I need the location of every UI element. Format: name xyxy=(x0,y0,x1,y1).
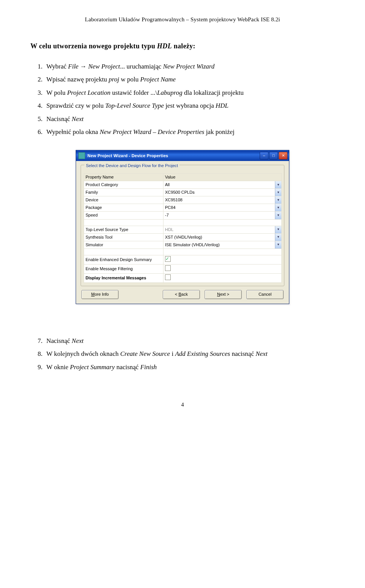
section-title-prefix: W celu utworzenia nowego projektu typu xyxy=(30,42,157,50)
section-title-em: HDL xyxy=(157,42,172,50)
spacer xyxy=(163,249,282,255)
checkbox-unchecked-icon xyxy=(165,274,171,280)
more-info-rest: ore Info xyxy=(95,292,109,296)
dialog-title: New Project Wizard - Device Properties xyxy=(87,153,259,159)
property-name: Speed xyxy=(84,212,163,219)
property-name: Enable Enhanced Design Summary xyxy=(84,255,163,264)
spacer xyxy=(84,249,163,255)
next-button[interactable]: Next > xyxy=(205,290,242,299)
chevron-down-icon: ▼ xyxy=(275,204,281,211)
checkbox-checked-icon xyxy=(165,256,171,262)
property-name: Enable Message Filtering xyxy=(84,264,163,273)
step-item: W polu Project Location ustawić folder .… xyxy=(44,86,335,99)
property-name: Synthesis Tool xyxy=(84,233,163,241)
chevron-down-icon: ▼ xyxy=(275,241,281,249)
step-item: Wpisać nazwę projektu proj w polu Projec… xyxy=(44,73,335,86)
top-level-source-dropdown[interactable]: HDL▼ xyxy=(163,226,282,233)
step-item: Wybrać File → New Project... uruchamiają… xyxy=(44,60,335,73)
maximize-button[interactable]: □ xyxy=(269,152,278,159)
step-item: Nacisnąć Next xyxy=(44,113,335,126)
chevron-down-icon: ▼ xyxy=(275,226,281,233)
enhanced-summary-checkbox-cell[interactable] xyxy=(163,255,282,264)
grid-header-right: Value xyxy=(163,174,282,181)
simulator-dropdown[interactable]: ISE Simulator (VHDL/Verilog)▼ xyxy=(163,241,282,249)
dialog-button-row: More Info < Back Next > Cancel xyxy=(81,290,284,300)
grid-header-left: Property Name xyxy=(84,174,163,181)
property-name: Top-Level Source Type xyxy=(84,226,163,233)
device-flow-groupbox: Select the Device and Design Flow for th… xyxy=(81,165,284,286)
synthesis-tool-dropdown[interactable]: XST (VHDL/Verilog)▼ xyxy=(163,233,282,241)
cancel-button[interactable]: Cancel xyxy=(246,290,284,299)
section-title: W celu utworzenia nowego projektu typu H… xyxy=(30,41,335,52)
property-name: Product Category xyxy=(84,181,163,189)
step-item: Nacisnąć Next xyxy=(44,335,335,347)
family-dropdown[interactable]: XC9500 CPLDs▼ xyxy=(163,189,282,196)
app-icon xyxy=(78,152,85,159)
more-info-button[interactable]: More Info xyxy=(81,290,119,299)
page-number: 4 xyxy=(30,400,335,409)
groupbox-legend: Select the Device and Design Flow for th… xyxy=(84,163,179,168)
spacer xyxy=(84,219,163,226)
new-project-wizard-dialog: New Project Wizard - Device Properties –… xyxy=(76,150,289,304)
dialog-titlebar: New Project Wizard - Device Properties –… xyxy=(76,150,289,161)
steps-list-2: Nacisnąć Next W kolejnych dwóch oknach C… xyxy=(30,335,335,374)
property-grid: Property Name Value Product CategoryAll▼… xyxy=(84,173,282,283)
property-name: Simulator xyxy=(84,241,163,249)
property-name: Display Incremental Messages xyxy=(84,273,163,282)
property-name: Package xyxy=(84,204,163,212)
chevron-down-icon: ▼ xyxy=(275,181,281,188)
spacer xyxy=(163,219,282,226)
device-dropdown[interactable]: XC95108▼ xyxy=(163,196,282,204)
minimize-button[interactable]: – xyxy=(260,152,268,159)
chevron-down-icon: ▼ xyxy=(275,196,281,204)
chevron-down-icon: ▼ xyxy=(275,189,281,196)
package-dropdown[interactable]: PC84▼ xyxy=(163,204,282,212)
step-item: Sprawdzić czy w polu Top-Level Source Ty… xyxy=(44,99,335,112)
incremental-messages-checkbox-cell[interactable] xyxy=(163,273,282,282)
checkbox-unchecked-icon xyxy=(165,265,171,271)
speed-dropdown[interactable]: -7▼ xyxy=(163,212,282,219)
close-button[interactable]: ✕ xyxy=(279,152,287,159)
back-button[interactable]: < Back xyxy=(163,290,200,299)
property-name: Device xyxy=(84,196,163,204)
steps-list-1: Wybrać File → New Project... uruchamiają… xyxy=(30,60,335,139)
document-header: Laboratorium Układów Programowalnych – S… xyxy=(30,15,335,24)
step-item: Wypełnić pola okna New Project Wizard – … xyxy=(44,126,335,139)
product-category-dropdown[interactable]: All▼ xyxy=(163,181,282,189)
message-filtering-checkbox-cell[interactable] xyxy=(163,264,282,273)
chevron-down-icon: ▼ xyxy=(275,234,281,241)
step-item: W kolejnych dwóch oknach Create New Sour… xyxy=(44,347,335,360)
section-title-suffix: należy: xyxy=(172,42,195,50)
step-item: W oknie Project Summary nacisnąć Finish xyxy=(44,361,335,374)
property-name: Family xyxy=(84,189,163,196)
chevron-down-icon: ▼ xyxy=(275,212,281,219)
